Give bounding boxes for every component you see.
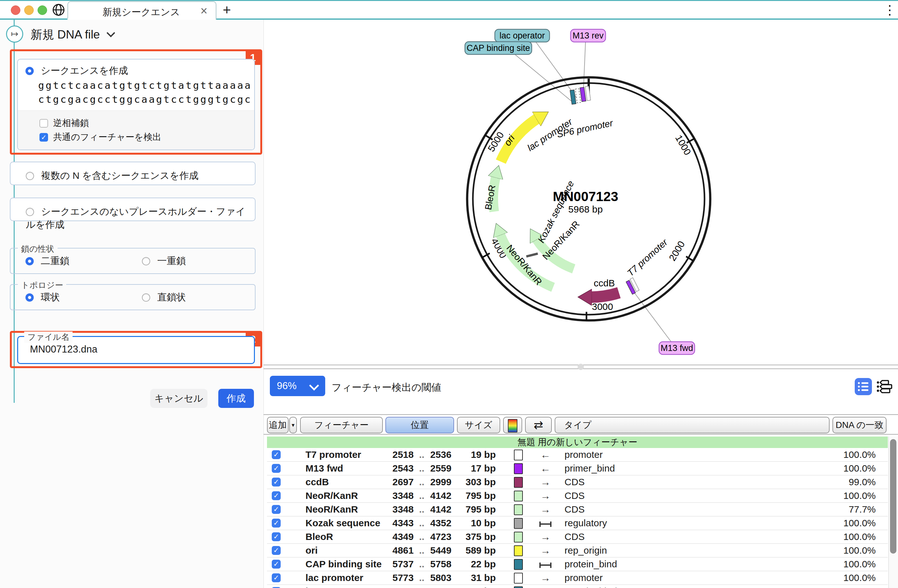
column-color-button[interactable] (503, 417, 522, 433)
row-checkbox[interactable]: ✓ (272, 464, 281, 473)
color-swatch[interactable] (514, 532, 523, 542)
column-size-button[interactable]: サイズ (457, 417, 500, 433)
list-view-button[interactable] (855, 378, 872, 395)
dna-match-cell: 100.0% (843, 557, 876, 571)
page-title: 新規 DNA file (31, 27, 113, 43)
radio-double-strand[interactable]: 二重鎖 (25, 255, 69, 267)
start-position-cell: 5737 (385, 557, 414, 571)
application-window: 新規シークエンス × + ⋮ ↦ 新規 DNA file 1 シークエンスを作成… (0, 0, 898, 588)
tab-new-sequence[interactable]: 新規シークエンス × (68, 1, 216, 20)
globe-icon[interactable] (52, 3, 66, 17)
row-checkbox[interactable]: ✓ (272, 477, 281, 487)
threshold-dropdown[interactable]: 96% (270, 376, 325, 396)
start-position-cell: 5811 (385, 585, 414, 588)
new-features-banner: 無題 用の新しいフィーチャー (267, 436, 888, 448)
table-row[interactable]: ✓ M13 fwd 2543 .. 2559 17 bp ← primer_bi… (267, 462, 888, 475)
vertical-scrollbar[interactable] (889, 436, 898, 588)
callout-lac-operator[interactable]: lac operator (495, 29, 550, 42)
overflow-menu-icon[interactable]: ⋮ (883, 2, 896, 18)
color-swatch[interactable] (514, 559, 523, 570)
dna-match-cell: 100.0% (843, 489, 876, 502)
color-swatch[interactable] (514, 477, 523, 488)
splitter-handle[interactable] (578, 364, 584, 370)
table-row[interactable]: ✓ NeoR/KanR 3348 .. 4142 795 bp → CDS 10… (267, 489, 888, 503)
new-tab-button[interactable]: + (223, 1, 231, 18)
maximize-window-button[interactable] (38, 5, 47, 15)
size-cell: 303 bp (454, 475, 496, 489)
column-feature-button[interactable]: フィーチャー (300, 417, 383, 433)
kozak-tick (526, 253, 538, 256)
type-cell: CDS (564, 503, 584, 516)
t7-promoter-label[interactable]: T7 promoter (625, 237, 670, 278)
minimize-window-button[interactable] (24, 5, 34, 15)
collapse-panel-button[interactable]: ↦ (6, 25, 23, 43)
color-swatch[interactable] (514, 463, 523, 474)
table-row[interactable]: ✓ ori 4861 .. 5449 589 bp → rep_origin 1… (267, 544, 888, 557)
row-checkbox[interactable]: ✓ (272, 505, 281, 514)
ccdb-arrow[interactable] (588, 293, 619, 297)
radio-single-strand[interactable]: 一重鎖 (142, 255, 186, 267)
row-checkbox[interactable]: ✓ (272, 560, 281, 569)
table-row[interactable]: ✓ NeoR/KanR 3348 .. 4142 795 bp → CDS 77… (267, 503, 888, 516)
color-swatch[interactable] (514, 586, 523, 588)
create-button[interactable]: 作成 (218, 389, 254, 408)
option-n-card[interactable]: 複数の N を含むシークエンスを作成 (10, 162, 255, 185)
close-window-button[interactable] (11, 5, 20, 15)
ccdb-label[interactable]: ccdB (594, 278, 615, 288)
start-position-cell: 4349 (385, 530, 414, 543)
plasmid-map: 1000 2000 3000 4000 5000 MN007123 5968 b… (263, 20, 898, 365)
row-checkbox[interactable]: ✓ (272, 573, 281, 582)
column-position-button[interactable]: 位置 (385, 417, 454, 433)
cancel-button[interactable]: キャンセル (150, 389, 208, 408)
svg-text:M13 rev: M13 rev (572, 31, 604, 40)
table-row[interactable]: ✓ lac promoter 5773 .. 5803 31 bp → prom… (267, 571, 888, 585)
size-cell: 375 bp (454, 530, 496, 543)
add-menu-button[interactable]: ▾ (289, 417, 297, 433)
table-row[interactable]: ✓ T7 promoter 2518 .. 2536 19 bp ← promo… (267, 448, 888, 462)
start-position-cell: 5773 (385, 571, 414, 585)
radio-unselected-icon[interactable] (26, 172, 34, 180)
color-swatch[interactable] (514, 504, 523, 515)
row-checkbox[interactable]: ✓ (272, 450, 281, 459)
callout-m13-rev[interactable]: M13 rev (570, 29, 606, 42)
column-type-button[interactable]: タイプ (555, 417, 830, 433)
table-row[interactable]: ✓ lac operator 5811 .. 5827 17 bp protei… (267, 585, 888, 588)
row-checkbox[interactable]: ✓ (272, 491, 281, 500)
row-checkbox[interactable]: ✓ (272, 519, 281, 528)
row-checkbox[interactable]: ✓ (272, 532, 281, 541)
callout-m13-fwd[interactable]: M13 fwd (659, 342, 695, 355)
column-direction-button[interactable]: ⇄ (525, 417, 552, 433)
column-dna-match-button[interactable]: DNA の一致 (832, 417, 887, 433)
option-placeholder-card[interactable]: シークエンスのないプレースホルダー・ファイルを作成 (10, 198, 255, 221)
radio-circular[interactable]: 環状 (25, 291, 60, 304)
filename-input-value[interactable]: MN007123.dna (30, 344, 97, 355)
color-swatch[interactable] (514, 518, 523, 529)
feature-name-cell: lac promoter (306, 571, 363, 585)
color-swatch[interactable] (514, 545, 523, 556)
add-button[interactable]: 追加 (267, 417, 289, 433)
table-row[interactable]: ✓ ccdB 2697 .. 2999 303 bp → CDS 99.0% (267, 475, 888, 489)
t7-m13fwd-blocks[interactable] (626, 278, 639, 294)
radio-linear[interactable]: 直鎖状 (142, 291, 186, 304)
tab-close-icon[interactable]: × (200, 4, 208, 18)
color-swatch[interactable] (514, 450, 523, 461)
table-row[interactable]: ✓ BleoR 4349 .. 4723 375 bp → CDS 100.0% (267, 530, 888, 544)
map-view-button[interactable] (876, 378, 893, 395)
start-position-cell: 4861 (385, 544, 414, 557)
table-row[interactable]: ✓ CAP binding site 5737 .. 5758 22 bp pr… (267, 557, 888, 571)
chevron-down-icon (309, 381, 319, 390)
checkbox-reverse-complement[interactable]: 逆相補鎖 (40, 117, 89, 129)
table-row[interactable]: ✓ Kozak sequence 4343 .. 4352 10 bp regu… (267, 516, 888, 530)
color-swatch[interactable] (514, 573, 523, 583)
top-feature-blocks[interactable] (570, 86, 591, 104)
sequence-input[interactable]: ggtctcaacatgtgtctgtatgttaaaaactgcgacgcct… (38, 78, 252, 106)
checkbox-detect-common-features[interactable]: ✓共通のフィーチャーを検出 (40, 131, 161, 143)
row-checkbox[interactable]: ✓ (272, 546, 281, 555)
range-separator: .. (419, 475, 424, 489)
radio-create-sequence[interactable]: シークエンスを作成 (25, 64, 128, 77)
tick-label-2000: 2000 (667, 239, 687, 263)
radio-unselected-icon[interactable] (26, 208, 34, 216)
callout-cap-binding-site[interactable]: CAP binding site (465, 42, 532, 54)
scrollbar-thumb[interactable] (890, 439, 896, 554)
color-swatch[interactable] (514, 491, 523, 502)
